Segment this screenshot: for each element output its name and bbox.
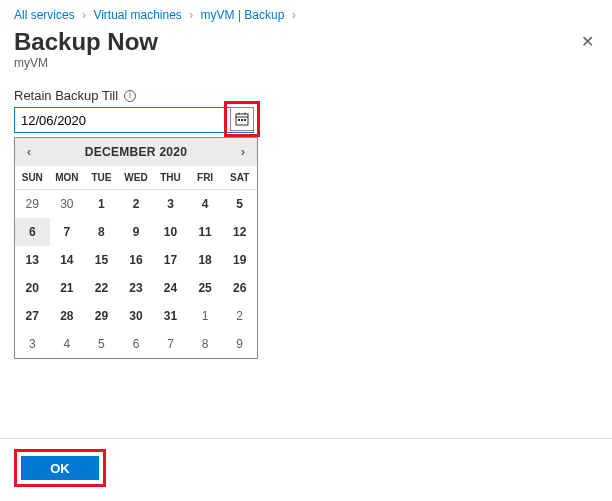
breadcrumb: All services › Virtual machines › myVM |… <box>0 0 612 26</box>
calendar-day[interactable]: 8 <box>188 330 223 358</box>
chevron-right-icon: › <box>189 8 193 22</box>
calendar-day[interactable]: 11 <box>188 218 223 246</box>
calendar-day[interactable]: 31 <box>153 302 188 330</box>
calendar-day[interactable]: 29 <box>84 302 119 330</box>
calendar-day[interactable]: 6 <box>15 218 50 246</box>
calendar-prev-button[interactable]: ‹ <box>19 145 39 159</box>
calendar-dow: WED <box>119 166 154 190</box>
date-picker: ‹ DECEMBER 2020 › SUNMONTUEWEDTHUFRISAT … <box>14 137 258 359</box>
calendar-day[interactable]: 18 <box>188 246 223 274</box>
svg-rect-4 <box>238 119 240 121</box>
calendar-day[interactable]: 3 <box>15 330 50 358</box>
calendar-day[interactable]: 2 <box>119 190 154 219</box>
page-title: Backup Now <box>14 28 158 56</box>
calendar-button[interactable] <box>230 107 254 131</box>
calendar-day[interactable]: 5 <box>84 330 119 358</box>
calendar-day[interactable]: 21 <box>50 274 85 302</box>
calendar-day[interactable]: 4 <box>188 190 223 219</box>
calendar-day[interactable]: 8 <box>84 218 119 246</box>
calendar-day[interactable]: 16 <box>119 246 154 274</box>
calendar-day[interactable]: 15 <box>84 246 119 274</box>
calendar-day[interactable]: 19 <box>222 246 257 274</box>
svg-rect-5 <box>241 119 243 121</box>
calendar-day[interactable]: 7 <box>153 330 188 358</box>
retain-backup-till-label: Retain Backup Till <box>14 88 118 103</box>
highlight-box <box>224 101 260 137</box>
calendar-day[interactable]: 23 <box>119 274 154 302</box>
page-subtitle: myVM <box>0 56 612 88</box>
chevron-right-icon: › <box>82 8 86 22</box>
calendar-day[interactable]: 1 <box>188 302 223 330</box>
calendar-header: ‹ DECEMBER 2020 › <box>15 138 257 166</box>
calendar-day[interactable]: 4 <box>50 330 85 358</box>
calendar-day[interactable]: 6 <box>119 330 154 358</box>
calendar-next-button[interactable]: › <box>233 145 253 159</box>
calendar-day[interactable]: 14 <box>50 246 85 274</box>
calendar-day[interactable]: 25 <box>188 274 223 302</box>
footer: OK <box>0 438 612 501</box>
close-icon[interactable]: ✕ <box>577 28 598 55</box>
calendar-icon <box>235 112 249 126</box>
highlight-box: OK <box>14 449 106 487</box>
calendar-day[interactable]: 27 <box>15 302 50 330</box>
calendar-dow: TUE <box>84 166 119 190</box>
retain-backup-till-input[interactable] <box>14 107 254 133</box>
calendar-day[interactable]: 30 <box>119 302 154 330</box>
calendar-dow: SUN <box>15 166 50 190</box>
calendar-dow: FRI <box>188 166 223 190</box>
breadcrumb-link[interactable]: All services <box>14 8 75 22</box>
calendar-day[interactable]: 3 <box>153 190 188 219</box>
calendar-day[interactable]: 29 <box>15 190 50 219</box>
calendar-day[interactable]: 9 <box>222 330 257 358</box>
breadcrumb-link[interactable]: Virtual machines <box>93 8 182 22</box>
breadcrumb-link[interactable]: myVM | Backup <box>201 8 285 22</box>
calendar-day[interactable]: 22 <box>84 274 119 302</box>
ok-button[interactable]: OK <box>21 456 99 480</box>
calendar-day[interactable]: 5 <box>222 190 257 219</box>
calendar-day[interactable]: 26 <box>222 274 257 302</box>
svg-rect-6 <box>244 119 246 121</box>
calendar-day[interactable]: 10 <box>153 218 188 246</box>
calendar-day[interactable]: 9 <box>119 218 154 246</box>
info-icon[interactable]: i <box>124 90 136 102</box>
chevron-right-icon: › <box>292 8 296 22</box>
calendar-day[interactable]: 20 <box>15 274 50 302</box>
calendar-day[interactable]: 1 <box>84 190 119 219</box>
calendar-dow: SAT <box>222 166 257 190</box>
calendar-day[interactable]: 30 <box>50 190 85 219</box>
calendar-day[interactable]: 2 <box>222 302 257 330</box>
calendar-grid: SUNMONTUEWEDTHUFRISAT 293012345678910111… <box>15 166 257 358</box>
calendar-dow: THU <box>153 166 188 190</box>
calendar-day[interactable]: 17 <box>153 246 188 274</box>
calendar-day[interactable]: 12 <box>222 218 257 246</box>
calendar-day[interactable]: 7 <box>50 218 85 246</box>
calendar-day[interactable]: 13 <box>15 246 50 274</box>
calendar-day[interactable]: 28 <box>50 302 85 330</box>
calendar-title: DECEMBER 2020 <box>85 145 188 159</box>
calendar-day[interactable]: 24 <box>153 274 188 302</box>
calendar-dow: MON <box>50 166 85 190</box>
